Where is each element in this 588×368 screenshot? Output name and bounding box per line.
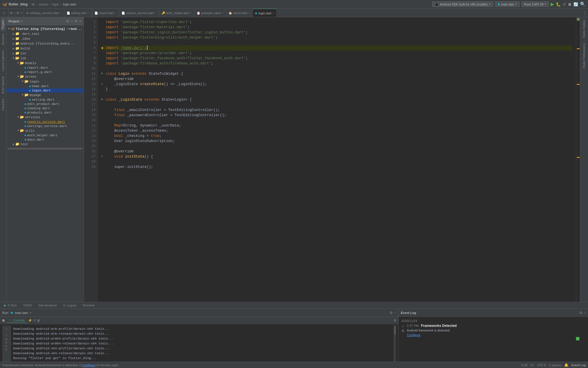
tree-ios[interactable]: ▶ 📁 ios bbox=[6, 51, 84, 56]
tab-reports-service[interactable]: 📄 reports_service.dart × bbox=[119, 9, 159, 17]
breadcrumb-login[interactable]: login bbox=[52, 3, 59, 6]
event-log-settings-btn[interactable]: ⚙ bbox=[579, 311, 583, 315]
console-wrap-btn[interactable]: ⚙ bbox=[394, 319, 396, 322]
tab-login[interactable]: ◆ login.dart × bbox=[253, 9, 277, 17]
configure-link[interactable]: Configure bbox=[407, 333, 421, 337]
event-log-status[interactable]: Event Log bbox=[571, 363, 586, 367]
close-icon[interactable]: × bbox=[115, 12, 117, 15]
project-close-icon[interactable]: × bbox=[79, 19, 81, 23]
filter-btn3[interactable]: ≡ bbox=[6, 344, 7, 348]
tab-settings-service[interactable]: ⚙ settings_service.dart × bbox=[24, 9, 64, 17]
project-panel-dropdown[interactable]: ▾ bbox=[21, 20, 22, 23]
tree-report-g-dart[interactable]: ▶ ◆ report.g.dart bbox=[6, 70, 84, 74]
breadcrumb-file[interactable]: login.dart bbox=[63, 3, 76, 6]
filter-btn1[interactable]: ≡ bbox=[6, 338, 7, 341]
notification-icon[interactable]: 🔔 bbox=[564, 363, 568, 367]
tree-edit-product-dart[interactable]: ▶ ◆ edit_product.dart bbox=[6, 102, 84, 106]
project-settings-icon[interactable]: ⚙ bbox=[74, 19, 78, 23]
console-reload-btn[interactable]: ↺ bbox=[33, 319, 36, 322]
tree-android[interactable]: ▶ 📁 android [flutterblog_andro... bbox=[6, 41, 84, 46]
tree-loading-dart[interactable]: ▶ ◆ loading.dart bbox=[6, 106, 84, 110]
tree-screen[interactable]: ▼ 📂 screen bbox=[6, 74, 84, 79]
scroll-down-btn[interactable]: ↓ bbox=[5, 332, 7, 336]
event-action-btn2[interactable]: ⚙ bbox=[401, 329, 405, 333]
breadcrumb-screen[interactable]: screen bbox=[39, 3, 48, 6]
code-content[interactable]: import 'package:flutter/cupertino.dart';… bbox=[98, 17, 576, 302]
project-sort-icon[interactable]: ↕ bbox=[71, 19, 73, 23]
tree-utils[interactable]: ▼ 📂 utils bbox=[6, 128, 84, 133]
logcat-tab-btn[interactable]: 6: Logcat bbox=[60, 303, 79, 308]
stop-button[interactable]: ⏹ bbox=[568, 2, 572, 7]
run-minimize-btn[interactable]: − bbox=[394, 311, 396, 315]
close-icon[interactable]: × bbox=[88, 12, 90, 15]
restart-button[interactable]: ↺ bbox=[562, 2, 566, 7]
tab-close-panel[interactable]: × bbox=[20, 11, 22, 15]
tree-login-folder[interactable]: ▼ 📂 login bbox=[6, 79, 84, 84]
favorites-label[interactable]: Favorites bbox=[1, 96, 5, 113]
run-stop-btn[interactable]: ⏹ bbox=[2, 318, 5, 323]
tree-models[interactable]: ▼ 📂 models bbox=[6, 61, 84, 66]
dart-analysis-tab-btn[interactable]: Dart Analysis bbox=[36, 303, 60, 308]
run-config-selector[interactable]: ◆ main.dart ▾ bbox=[495, 1, 520, 7]
close-icon[interactable]: × bbox=[60, 12, 62, 15]
structure-label[interactable]: Structure bbox=[1, 31, 5, 48]
flutter-performance-label[interactable]: Flutter Performance bbox=[582, 40, 587, 70]
console-clear-btn[interactable]: 🗑 bbox=[37, 319, 40, 322]
close-icon[interactable]: × bbox=[272, 12, 274, 15]
tree-auth-helper-dart[interactable]: ▶ ◆ auth_helper.dart bbox=[6, 133, 84, 137]
console-tab[interactable]: ⬛ Console bbox=[7, 318, 27, 323]
tab-setting[interactable]: 📄 setting.dart × bbox=[64, 9, 92, 17]
tree-test[interactable]: ▶ 📁 test bbox=[6, 142, 84, 147]
tab-report[interactable]: 📄 report.dart × bbox=[92, 9, 119, 17]
sdk-selector[interactable]: 📱 Android SDK built for x86 (mobile) ▾ bbox=[432, 1, 493, 7]
console-run-btn[interactable]: ⚡ bbox=[28, 319, 32, 322]
tree-setting-dart[interactable]: ▶ ◆ setting.dart bbox=[6, 97, 84, 102]
tab-auth-helper[interactable]: 🔑 auth_helper.dart × bbox=[159, 9, 194, 17]
layout-captures-label[interactable]: Layout Captures bbox=[1, 48, 5, 74]
tree-home-dart[interactable]: ▶ ◆ home.dart bbox=[6, 84, 84, 88]
close-icon[interactable]: × bbox=[222, 12, 224, 15]
tree-build[interactable]: ▶ 📁 build bbox=[6, 46, 84, 51]
device-selector[interactable]: Pixel 3 API 29 ▾ bbox=[521, 1, 549, 7]
run-tab-btn[interactable]: ▶ 4: Run bbox=[1, 303, 20, 308]
tree-reports-service-dart[interactable]: ▶ ◆ reports_service.dart bbox=[6, 120, 84, 124]
configure-status-link[interactable]: Configure bbox=[82, 363, 96, 367]
close-icon[interactable]: × bbox=[190, 12, 192, 15]
tab-pubspec[interactable]: 📋 pubspec.yaml × bbox=[194, 9, 226, 17]
panel-toggle[interactable]: ≡ bbox=[3, 11, 5, 15]
tree-services[interactable]: ▼ 📂 services bbox=[6, 115, 84, 120]
project-label[interactable]: Project bbox=[1, 17, 5, 31]
tree-settings-service-dart[interactable]: ▶ ◆ settings_service.dart bbox=[6, 124, 84, 128]
scroll-up-btn[interactable]: ↑ bbox=[5, 327, 7, 331]
tab-list-button[interactable]: ⋮ bbox=[583, 11, 586, 15]
tab-toolbar-btn3[interactable]: ⚙ bbox=[16, 11, 20, 15]
tree-products-dart[interactable]: ▶ ◆ products.dart bbox=[6, 110, 84, 115]
event-log-minimize-btn[interactable]: − bbox=[584, 311, 586, 315]
event-action-btn1[interactable]: ✓ bbox=[401, 324, 405, 328]
tab-toolbar-btn1[interactable]: ⚙ bbox=[10, 11, 13, 15]
tree-dart-tool[interactable]: ▶ 📁 .dart_tool bbox=[6, 31, 84, 36]
build-variants-label[interactable]: Build Variants bbox=[1, 74, 5, 96]
terminal-tab-btn[interactable]: Terminal bbox=[80, 303, 97, 308]
tab-home[interactable]: 🏠 home.dart × bbox=[226, 9, 253, 17]
tree-login-dart[interactable]: ▶ ◆ login.dart bbox=[6, 88, 84, 93]
tree-mypage[interactable]: ▼ 📂 mypage bbox=[6, 93, 84, 97]
search-everywhere-button[interactable]: 🔍 bbox=[580, 1, 586, 7]
tree-main-dart[interactable]: ▶ ◆ main.dart bbox=[6, 137, 84, 142]
tree-lib[interactable]: ▼ 📂 lib bbox=[6, 56, 84, 61]
close-icon[interactable]: × bbox=[155, 12, 157, 15]
todo-tab-btn[interactable]: TODO bbox=[20, 303, 35, 308]
flutter-outline-label[interactable]: Flutter Outline bbox=[582, 17, 587, 40]
run-button[interactable]: ▶ bbox=[551, 1, 554, 7]
tree-idea[interactable]: ▶ 📁 .idea bbox=[6, 36, 84, 41]
sync-button[interactable]: 🔄 bbox=[573, 2, 578, 7]
filter-btn2[interactable]: ≡ bbox=[6, 341, 7, 344]
filter-btn4[interactable]: ≡ bbox=[6, 348, 7, 351]
close-icon[interactable]: × bbox=[248, 12, 250, 15]
breadcrumb-lib[interactable]: lib bbox=[32, 3, 35, 6]
tree-root[interactable]: ▼ 🦋 flutter_blog [flutterblog] ~/And... bbox=[6, 26, 84, 31]
run-settings-btn[interactable]: ⚙ bbox=[390, 311, 393, 315]
code-container[interactable]: 1 2 3 4 5 6 7 8 9 10 11 12 13 14 bbox=[84, 17, 580, 302]
project-gear-icon[interactable]: ⚙ bbox=[66, 19, 69, 23]
tab-toolbar-btn2[interactable]: ↕ bbox=[14, 11, 16, 15]
